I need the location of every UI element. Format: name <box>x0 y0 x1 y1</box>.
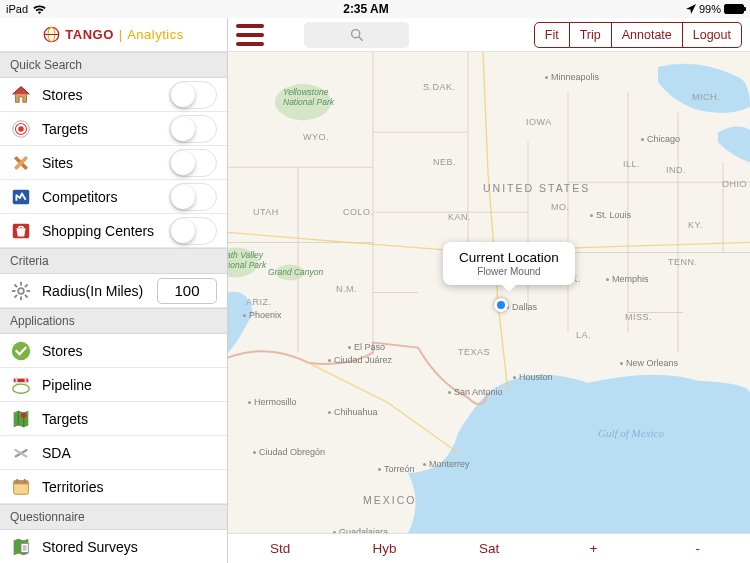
annotate-button[interactable]: Annotate <box>612 22 683 48</box>
battery-icon <box>724 4 744 14</box>
svg-rect-14 <box>27 290 31 292</box>
lbl-phoenix: Phoenix <box>243 310 282 320</box>
q-stored[interactable]: Stored Surveys <box>0 530 227 563</box>
radius-label: Radius(In Miles) <box>42 283 147 299</box>
lbl-death: ath Valley tional Park <box>228 250 266 270</box>
pipeline-icon <box>10 374 32 396</box>
qs-shopping-label: Shopping Centers <box>42 223 159 239</box>
toggle-targets[interactable] <box>169 115 217 143</box>
lbl-elpaso: El Paso <box>348 342 385 352</box>
sidebar: TANGO | Analytics Quick Search Stores Ta… <box>0 18 228 563</box>
lbl-houston: Houston <box>513 372 553 382</box>
current-location-callout[interactable]: Current Location Flower Mound <box>443 242 575 285</box>
zoom-in[interactable]: + <box>541 541 645 556</box>
house-icon <box>10 84 32 106</box>
shopping-icon <box>10 220 32 242</box>
lbl-torreon: Torreón <box>378 464 415 474</box>
svg-rect-15 <box>24 283 28 287</box>
svg-point-25 <box>21 412 27 418</box>
clock: 2:35 AM <box>46 2 686 16</box>
main-pane: Fit Trip Annotate Logout <box>228 18 750 563</box>
lbl-yellowstone: Yellowstone National Park <box>283 87 334 107</box>
fit-button[interactable]: Fit <box>534 22 570 48</box>
lbl-colo: COLO. <box>343 207 374 217</box>
lbl-utah: UTAH <box>253 207 279 217</box>
toggle-stores[interactable] <box>169 81 217 109</box>
app-stores[interactable]: Stores <box>0 334 227 368</box>
lbl-nm: N.M. <box>336 284 357 294</box>
lbl-dallas: Dallas <box>506 302 537 312</box>
callout-title: Current Location <box>459 250 559 265</box>
trip-button[interactable]: Trip <box>570 22 612 48</box>
competitor-icon <box>10 186 32 208</box>
app-targets[interactable]: Targets <box>0 402 227 436</box>
zoom-out[interactable]: - <box>646 541 750 556</box>
svg-rect-11 <box>20 281 22 285</box>
svg-rect-12 <box>20 296 22 300</box>
qs-competitors[interactable]: Competitors <box>0 180 227 214</box>
lbl-sdak: S.DAK. <box>423 82 456 92</box>
qs-targets[interactable]: Targets <box>0 112 227 146</box>
current-location-dot[interactable] <box>494 298 508 312</box>
topbar: Fit Trip Annotate Logout <box>228 18 750 52</box>
toggle-competitors[interactable] <box>169 183 217 211</box>
svg-line-37 <box>359 37 362 40</box>
lbl-tenn: TENN. <box>668 257 698 267</box>
lbl-minneapolis: Minneapolis <box>545 72 599 82</box>
svg-rect-29 <box>14 480 29 484</box>
maptype-sat[interactable]: Sat <box>437 541 541 556</box>
map-icon <box>10 408 32 430</box>
lbl-monterrey: Monterrey <box>423 459 470 469</box>
app-territories[interactable]: Territories <box>0 470 227 504</box>
svg-rect-16 <box>14 294 18 298</box>
app-pipeline[interactable]: Pipeline <box>0 368 227 402</box>
toggle-sites[interactable] <box>169 149 217 177</box>
logout-button[interactable]: Logout <box>683 22 742 48</box>
lbl-texas: TEXAS <box>458 347 490 357</box>
qs-stores-label: Stores <box>42 87 159 103</box>
brand-icon <box>43 26 60 43</box>
lbl-ky: KY. <box>688 220 703 230</box>
tools-icon <box>10 442 32 464</box>
radius-input[interactable] <box>157 278 217 304</box>
section-quick-search: Quick Search <box>0 52 227 78</box>
svg-point-19 <box>19 288 23 292</box>
footer-controls: Std Hyb Sat + - <box>228 533 750 563</box>
qs-stores[interactable]: Stores <box>0 78 227 112</box>
location-icon <box>686 4 696 14</box>
sidebar-scroll[interactable]: Quick Search Stores Targets Sites <box>0 52 227 563</box>
lbl-ohio: OHIO <box>722 179 747 189</box>
lbl-ind: IND. <box>666 165 686 175</box>
qs-sites[interactable]: Sites <box>0 146 227 180</box>
maptype-hyb[interactable]: Hyb <box>332 541 436 556</box>
lbl-la: LA. <box>576 330 591 340</box>
svg-rect-23 <box>25 376 27 383</box>
lbl-obregon: Ciudad Obregón <box>253 447 325 457</box>
svg-rect-31 <box>24 478 26 482</box>
qs-sites-label: Sites <box>42 155 159 171</box>
status-bar: iPad 2:35 AM 99% <box>0 0 750 18</box>
svg-point-20 <box>12 341 30 359</box>
lbl-mich: MICH. <box>692 92 720 102</box>
lbl-mo: MO. <box>551 202 570 212</box>
lbl-juarez: Ciudad Juárez <box>328 355 392 365</box>
lbl-chicago: Chicago <box>641 134 680 144</box>
lbl-usa: UNITED STATES <box>483 182 590 194</box>
maptype-std[interactable]: Std <box>228 541 332 556</box>
app-sda[interactable]: SDA <box>0 436 227 470</box>
callout-sub: Flower Mound <box>459 266 559 277</box>
svg-rect-17 <box>14 283 18 287</box>
app-screen: iPad 2:35 AM 99% TANGO | Analytics Quick… <box>0 0 750 563</box>
lbl-memphis: Memphis <box>606 274 649 284</box>
lbl-iowa: IOWA <box>526 117 552 127</box>
lbl-kan: KAN. <box>448 212 471 222</box>
search-input[interactable] <box>304 22 409 48</box>
qs-shopping[interactable]: Shopping Centers <box>0 214 227 248</box>
map-view[interactable]: Yellowstone National Park WYO. UTAH COLO… <box>228 52 750 533</box>
qs-targets-label: Targets <box>42 121 159 137</box>
app-targets-label: Targets <box>42 411 217 427</box>
brand-name: TANGO <box>65 27 113 42</box>
lbl-ill: ILL. <box>623 159 640 169</box>
toggle-shopping[interactable] <box>169 217 217 245</box>
menu-button[interactable] <box>236 24 264 46</box>
